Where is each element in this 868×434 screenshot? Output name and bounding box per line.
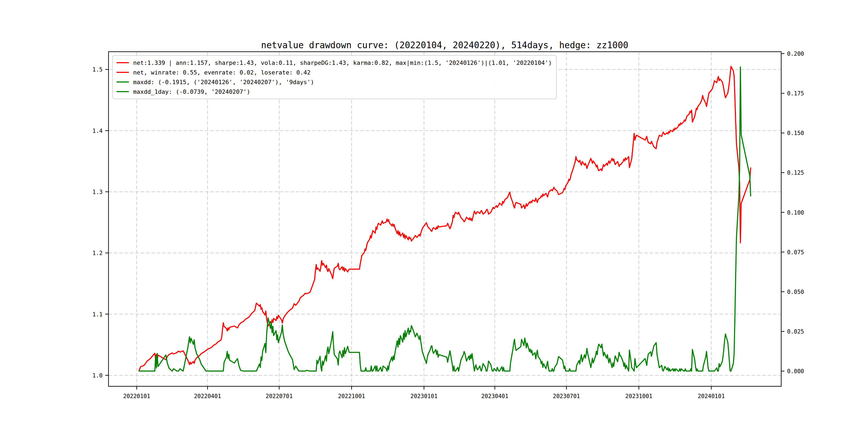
y-right-tick-label: 0.175 bbox=[787, 90, 804, 97]
legend-item-label: net, winrate: 0.55, evenrate: 0.02, lose… bbox=[133, 69, 310, 76]
x-tick-label: 20230101 bbox=[410, 393, 437, 399]
y-left-tick-label: 1.3 bbox=[92, 189, 103, 195]
plot-frame bbox=[108, 52, 781, 386]
x-tick-label: 20240101 bbox=[698, 393, 725, 399]
y-axis-right: 0.0000.0250.0500.0750.1000.1250.1500.175… bbox=[787, 51, 804, 374]
y-left-tick-label: 1.0 bbox=[92, 372, 103, 379]
y-right-tick-label: 0.125 bbox=[787, 169, 804, 176]
x-tick-label: 20231001 bbox=[625, 393, 652, 399]
chart-title: netvalue drawdown curve: (20220104, 2024… bbox=[261, 40, 628, 50]
y-right-tick-label: 0.150 bbox=[787, 130, 804, 136]
drawdown-curve bbox=[139, 67, 751, 371]
y-axis-left: 1.01.11.21.31.41.5 bbox=[92, 66, 103, 379]
legend-item: net:1.339 | ann:1.157, sharpe:1.43, vola… bbox=[117, 58, 552, 67]
y-right-tick-label: 0.000 bbox=[787, 368, 804, 374]
legend-item: maxdd: (-0.1915, ('20240126', '20240207'… bbox=[117, 77, 552, 87]
legend-item-label: maxdd_1day: (-0.0739, '20240207') bbox=[133, 88, 250, 95]
x-tick-label: 20220701 bbox=[266, 393, 292, 399]
legend-item: maxdd_1day: (-0.0739, '20240207') bbox=[117, 87, 552, 96]
legend: net:1.339 | ann:1.157, sharpe:1.43, vola… bbox=[112, 55, 557, 99]
legend-line-swatch bbox=[117, 82, 129, 83]
legend-line-swatch bbox=[117, 91, 129, 92]
legend-item-label: maxdd: (-0.1915, ('20240126', '20240207'… bbox=[133, 79, 314, 86]
x-tick-label: 20230701 bbox=[553, 393, 580, 399]
y-left-tick-label: 1.5 bbox=[92, 66, 103, 73]
legend-item-label: net:1.339 | ann:1.157, sharpe:1.43, vola… bbox=[133, 60, 552, 66]
gridlines bbox=[108, 52, 781, 386]
x-tick-label: 20230401 bbox=[481, 393, 508, 399]
x-tick-label: 20220101 bbox=[123, 393, 150, 399]
y-left-tick-label: 1.2 bbox=[92, 250, 103, 256]
x-tick-label: 20220401 bbox=[194, 393, 221, 399]
legend-line-swatch bbox=[117, 72, 129, 73]
y-left-tick-label: 1.1 bbox=[92, 311, 103, 318]
legend-line-swatch bbox=[117, 62, 129, 63]
net-curve bbox=[139, 66, 751, 371]
x-axis: 2022010120220401202207012022100120230101… bbox=[123, 393, 725, 399]
y-right-tick-label: 0.025 bbox=[787, 329, 804, 335]
axis-ticks bbox=[105, 54, 784, 390]
y-left-tick-label: 1.4 bbox=[92, 128, 103, 134]
y-right-tick-label: 0.200 bbox=[787, 51, 804, 57]
y-right-tick-label: 0.100 bbox=[787, 210, 804, 216]
y-right-tick-label: 0.075 bbox=[787, 249, 804, 255]
y-right-tick-label: 0.050 bbox=[787, 289, 804, 295]
legend-item: net, winrate: 0.55, evenrate: 0.02, lose… bbox=[117, 67, 552, 77]
x-tick-label: 20221001 bbox=[338, 393, 365, 399]
figure: netvalue drawdown curve: (20220104, 2024… bbox=[0, 0, 868, 434]
curves bbox=[139, 66, 751, 371]
